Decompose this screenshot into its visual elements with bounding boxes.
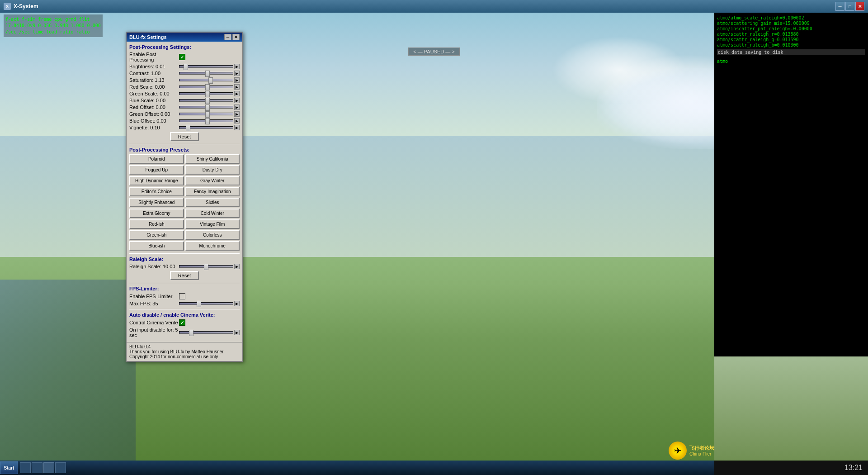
saturation-label: Saturation: 1.13 [129,77,179,83]
cinema-verite-header: Auto disable / enable Cinema Verite: [129,312,240,318]
blufx-title-bar: BLU-fx Settings ─ ✕ [127,33,242,42]
blue-scale-slider-container: ▶ [179,98,240,103]
max-fps-slider[interactable] [179,302,233,305]
preset-fogged-up[interactable]: Fogged Up [129,165,184,175]
raleigh-slider[interactable] [179,265,233,268]
green-scale-slider[interactable] [179,92,233,95]
preset-extra-gloomy[interactable]: Extra Gloomy [129,209,184,218]
china-flier-logo: 飞行者论坛 China Flier [689,445,714,456]
red-offset-slider-container: ▶ [179,104,240,110]
green-offset-arrow[interactable]: ▶ [234,111,240,117]
vignette-handle[interactable] [186,125,190,131]
max-fps-arrow[interactable]: ▶ [234,301,240,306]
input-disable-handle[interactable] [189,330,193,336]
preset-polaroid[interactable]: Polaroid [129,154,184,164]
china-flier-area: ✈ 飞行者论坛 China Flier [669,442,714,460]
vignette-slider[interactable] [179,126,233,129]
dialog-minimize-btn[interactable]: ─ [224,34,231,40]
preset-fancy-imagination[interactable]: Fancy Imagination [185,187,240,196]
green-scale-slider-container: ▶ [179,91,240,96]
preset-sixties[interactable]: Sixties [185,198,240,207]
red-scale-handle[interactable] [205,84,210,90]
close-button[interactable]: ✕ [855,2,864,11]
blue-offset-slider-container: ▶ [179,118,240,124]
red-scale-arrow[interactable]: ▶ [234,84,240,90]
saturation-arrow[interactable]: ▶ [234,77,240,83]
preset-gray-winter[interactable]: Gray Winter [185,176,240,185]
preset-shiny-california[interactable]: Shiny California [185,154,240,164]
enable-fps-checkbox[interactable] [179,293,185,299]
post-processing-reset-button[interactable]: Reset [170,132,199,141]
raleigh-slider-container: ▶ [179,264,240,269]
contrast-label: Contrast: 1.00 [129,71,179,76]
vignette-arrow[interactable]: ▶ [234,125,240,130]
dialog-close-btn[interactable]: ✕ [232,34,240,40]
blue-offset-handle[interactable] [205,118,210,124]
enable-post-processing-label: Enable Post-Processing [129,52,179,62]
raleigh-reset-button[interactable]: Reset [170,271,199,280]
contrast-handle[interactable] [205,71,210,77]
preset-cold-winter[interactable]: Cold Winter [185,209,240,218]
preset-vintage-film[interactable]: Vintage Film [185,219,240,229]
enable-post-processing-checkbox[interactable]: ✓ [179,54,185,60]
term-line-6: atmo/scattr_raleigh_b=0.010300 [717,43,865,48]
blue-scale-arrow[interactable]: ▶ [234,98,240,103]
preset-dusty-dry[interactable]: Dusty Dry [185,165,240,175]
raleigh-arrow[interactable]: ▶ [234,264,240,269]
preset-blue-ish[interactable]: Blue-ish [129,241,184,251]
contrast-arrow[interactable]: ▶ [234,71,240,76]
max-fps-handle[interactable] [197,301,201,307]
brightness-handle[interactable] [184,64,188,70]
blue-scale-label: Blue Scale: 0.00 [129,98,179,103]
input-disable-slider[interactable] [179,331,233,334]
blue-offset-slider[interactable] [179,119,233,122]
blue-scale-slider[interactable] [179,99,233,102]
brightness-arrow[interactable]: ▶ [234,64,240,69]
preset-monochrome[interactable]: Monochrome [185,241,240,251]
red-offset-slider[interactable] [179,106,233,109]
preset-green-ish[interactable]: Green-ish [129,230,184,240]
input-disable-arrow[interactable]: ▶ [234,330,240,335]
saturation-handle[interactable] [208,77,213,84]
vignette-slider-container: ▶ [179,125,240,130]
blue-offset-arrow[interactable]: ▶ [234,118,240,124]
input-disable-row: On input disable for: 5 sec ▶ [129,327,240,338]
red-offset-handle[interactable] [205,104,210,111]
brightness-slider[interactable] [179,65,233,68]
control-cinema-checkbox[interactable]: ✓ [179,319,185,326]
blue-scale-handle[interactable] [205,98,210,104]
taskbar-icon-1[interactable] [20,462,31,473]
presets-grid: Polaroid Shiny California Fogged Up Dust… [129,154,240,251]
preset-colorless[interactable]: Colorless [185,230,240,240]
minimize-button[interactable]: ─ [835,2,844,11]
taskbar: Start [0,461,714,475]
green-scale-handle[interactable] [205,91,210,97]
term-line-1: atmo/atmo_scale_raleigh=0.000002 [717,15,865,20]
preset-slightly-enhanced[interactable]: Slightly Enhanced [129,198,184,207]
contrast-slider[interactable] [179,72,233,75]
taskbar-icon-3[interactable] [43,462,54,473]
saturation-slider[interactable] [179,79,233,81]
brightness-slider-container: ▶ [179,64,240,69]
green-scale-arrow[interactable]: ▶ [234,91,240,96]
divider-4 [129,309,240,309]
taskbar-icon-4[interactable] [55,462,66,473]
hud-line1: f-act f-sim frame cpu grnd flit [5,16,101,23]
raleigh-handle[interactable] [204,264,208,270]
start-button[interactable]: Start [0,461,18,474]
preset-red-ish[interactable]: Red-ish [129,219,184,229]
red-scale-slider[interactable] [179,86,233,88]
contrast-slider-container: ▶ [179,71,240,76]
blufx-footer: BLU-fx 0.4 Thank you for using BLU-fx by… [127,342,242,361]
raleigh-header: Raleigh Scale: [129,256,240,262]
raleigh-scale-row: Raleigh Scale: 10.00 ▶ [129,264,240,269]
preset-editors-choice[interactable]: Editor's Choice [129,187,184,196]
red-offset-arrow[interactable]: ▶ [234,104,240,110]
dialog-controls: ─ ✕ [224,34,240,40]
green-offset-handle[interactable] [205,111,210,118]
preset-high-dynamic-range[interactable]: High Dynamic Range [129,176,184,185]
window-icon: X [4,3,11,10]
taskbar-icon-2[interactable] [32,462,42,473]
green-offset-slider[interactable] [179,113,233,115]
maximize-button[interactable]: □ [845,2,854,11]
